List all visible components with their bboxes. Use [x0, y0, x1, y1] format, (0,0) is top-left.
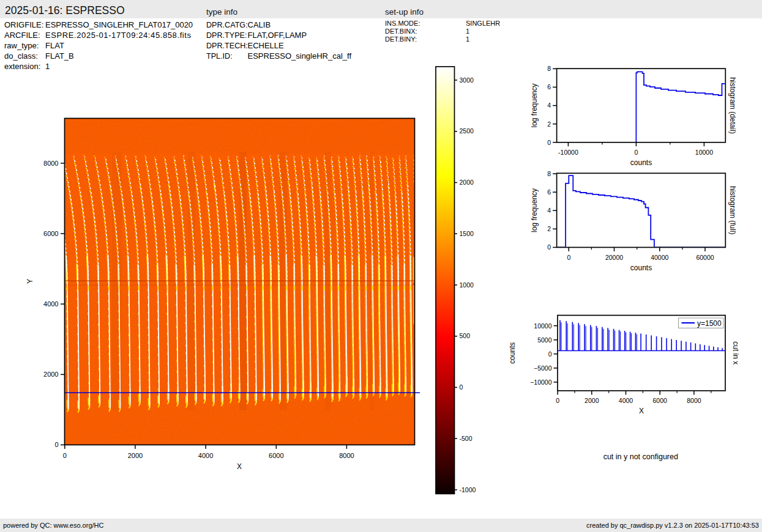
svg-text:5000: 5000: [537, 336, 552, 344]
svg-text:TPL.ID:: TPL.ID:: [206, 52, 233, 61]
svg-text:1500: 1500: [460, 230, 474, 237]
svg-text:2000: 2000: [585, 397, 599, 404]
svg-text:histogram (full): histogram (full): [728, 186, 737, 234]
svg-text:0: 0: [567, 254, 570, 261]
svg-text:0: 0: [547, 243, 551, 251]
svg-text:500: 500: [460, 332, 471, 339]
svg-text:6: 6: [547, 188, 551, 196]
svg-text:1000: 1000: [460, 281, 474, 289]
svg-text:−5000: −5000: [534, 364, 552, 372]
svg-text:6000: 6000: [43, 230, 58, 237]
svg-text:8: 8: [547, 65, 551, 72]
svg-text:0: 0: [548, 350, 552, 358]
svg-text:extension:: extension:: [4, 62, 40, 71]
svg-text:cut in y not configured: cut in y not configured: [603, 453, 678, 461]
svg-text:FLAT,OFF,LAMP: FLAT,OFF,LAMP: [248, 31, 307, 40]
svg-text:DPR.CATG:: DPR.CATG:: [206, 21, 248, 29]
svg-text:6000: 6000: [269, 452, 283, 459]
svg-text:ECHELLE: ECHELLE: [248, 41, 285, 50]
svg-text:8000: 8000: [687, 397, 701, 404]
svg-text:-1000: -1000: [460, 486, 476, 493]
svg-text:log frequency: log frequency: [530, 188, 539, 232]
svg-text:X: X: [237, 462, 242, 471]
svg-text:2500: 2500: [460, 127, 474, 135]
svg-text:4000: 4000: [43, 300, 58, 308]
svg-text:CALIB: CALIB: [248, 20, 271, 29]
svg-text:1: 1: [466, 35, 469, 43]
svg-text:created by qc_rawdisp.py v1.2.: created by qc_rawdisp.py v1.2.3 on 2025-…: [586, 522, 759, 529]
svg-text:0: 0: [547, 139, 551, 146]
svg-text:0: 0: [634, 149, 638, 156]
svg-text:INS.MODE:: INS.MODE:: [385, 20, 420, 27]
svg-text:10000: 10000: [534, 322, 551, 330]
svg-text:60000: 60000: [696, 254, 714, 261]
svg-text:40000: 40000: [651, 254, 668, 261]
svg-text:-500: -500: [460, 435, 473, 442]
svg-text:2000: 2000: [128, 452, 143, 459]
svg-text:1: 1: [466, 28, 469, 35]
svg-text:4: 4: [547, 102, 551, 109]
svg-text:2025-01-16: ESPRESSO: 2025-01-16: ESPRESSO: [5, 4, 125, 17]
svg-text:raw_type:: raw_type:: [4, 41, 39, 50]
svg-text:FLAT_B: FLAT_B: [45, 51, 74, 61]
svg-text:DPR.TECH:: DPR.TECH:: [206, 42, 248, 50]
svg-text:10000: 10000: [695, 149, 713, 156]
svg-text:8: 8: [547, 170, 551, 177]
svg-text:log frequency: log frequency: [530, 83, 539, 127]
svg-text:8000: 8000: [339, 452, 354, 459]
svg-text:Y: Y: [26, 279, 34, 284]
svg-text:2: 2: [547, 225, 551, 232]
svg-text:20000: 20000: [605, 254, 623, 261]
svg-text:do_class:: do_class:: [4, 51, 38, 61]
svg-text:histogram (detail): histogram (detail): [728, 77, 737, 134]
svg-text:0: 0: [556, 397, 559, 404]
svg-text:−10000: −10000: [530, 379, 551, 386]
svg-text:0: 0: [63, 452, 67, 459]
svg-text:SINGLEHR: SINGLEHR: [466, 20, 500, 27]
svg-text:set-up info: set-up info: [385, 7, 424, 17]
svg-text:4000: 4000: [198, 452, 213, 459]
svg-text:2000: 2000: [43, 371, 58, 378]
svg-text:DET.BINY:: DET.BINY:: [385, 35, 417, 43]
svg-text:-10000: -10000: [558, 149, 578, 156]
svg-text:counts: counts: [508, 342, 517, 364]
svg-text:ARCFILE:: ARCFILE:: [4, 31, 40, 40]
svg-text:3000: 3000: [460, 76, 474, 84]
svg-text:6: 6: [547, 83, 551, 91]
svg-text:4: 4: [547, 207, 551, 214]
svg-text:2: 2: [547, 120, 551, 128]
svg-text:cut in x: cut in x: [731, 341, 740, 364]
svg-text:ESPRESSO_SINGLEHR_FLAT017_0020: ESPRESSO_SINGLEHR_FLAT017_0020: [45, 20, 193, 29]
svg-text:6000: 6000: [653, 397, 668, 404]
svg-text:FLAT: FLAT: [45, 41, 64, 50]
svg-text:8000: 8000: [43, 160, 58, 167]
svg-text:type info: type info: [206, 7, 237, 17]
svg-text:counts: counts: [630, 158, 652, 167]
svg-text:1: 1: [45, 62, 50, 71]
svg-text:ESPRE.2025-01-17T09:24:45.858.: ESPRE.2025-01-17T09:24:45.858.fits: [45, 31, 192, 40]
svg-text:X: X: [639, 407, 644, 415]
svg-text:DPR.TYPE:: DPR.TYPE:: [206, 31, 247, 40]
svg-text:ORIGFILE:: ORIGFILE:: [4, 20, 43, 29]
svg-text:powered by QC: www.eso.org/HC: powered by QC: www.eso.org/HC: [3, 522, 104, 529]
svg-text:counts: counts: [630, 264, 652, 272]
svg-text:4000: 4000: [619, 397, 633, 404]
svg-text:y=1500: y=1500: [697, 319, 722, 328]
svg-text:0: 0: [460, 383, 463, 391]
svg-text:0: 0: [54, 441, 58, 448]
svg-text:2000: 2000: [460, 179, 474, 186]
svg-text:DET.BINX:: DET.BINX:: [385, 28, 417, 35]
svg-text:ESPRESSO_singleHR_cal_ff: ESPRESSO_singleHR_cal_ff: [248, 51, 352, 61]
